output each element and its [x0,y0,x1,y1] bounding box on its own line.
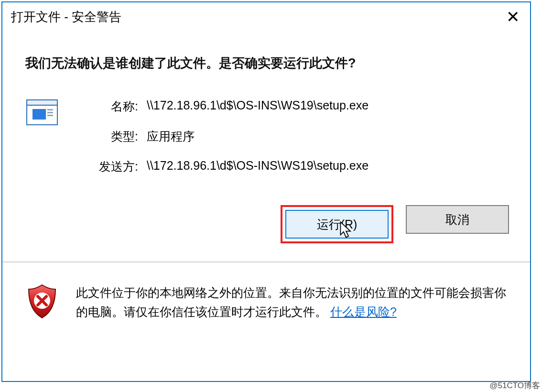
from-label: 发送方: [99,159,138,174]
file-fields: 名称: \\172.18.96.1\d$\OS-INS\WS19\setup.e… [99,98,369,174]
svg-rect-4 [47,112,53,113]
file-info-section: 名称: \\172.18.96.1\d$\OS-INS\WS19\setup.e… [25,98,509,174]
button-row: 运行(R) 取消 [2,184,530,261]
name-value: \\172.18.96.1\d$\OS-INS\WS19\setup.exe [147,98,369,114]
cancel-button-label: 取消 [445,212,469,228]
run-button[interactable]: 运行(R) [285,210,389,239]
titlebar: 打开文件 - 安全警告 ✕ [2,2,530,32]
cancel-button[interactable]: 取消 [406,205,509,234]
svg-rect-3 [47,109,53,110]
svg-rect-2 [33,109,46,120]
from-value: \\172.18.96.1\d$\OS-INS\WS19\setup.exe [147,159,369,174]
run-button-label: 运行(R) [317,217,358,232]
run-button-highlight: 运行(R) [281,205,393,243]
risk-link[interactable]: 什么是风险? [330,305,397,318]
type-label: 类型: [99,129,138,144]
shield-warning-icon [25,283,59,322]
application-icon [26,99,58,125]
footer-text: 此文件位于你的本地网络之外的位置。来自你无法识别的位置的文件可能会损害你的电脑。… [76,283,509,322]
footer-section: 此文件位于你的本地网络之外的位置。来自你无法识别的位置的文件可能会损害你的电脑。… [2,262,530,322]
name-label: 名称: [99,98,138,114]
svg-rect-5 [47,115,53,116]
type-value: 应用程序 [147,129,369,144]
window-title: 打开文件 - 安全警告 [11,9,121,25]
dialog-body: 我们无法确认是谁创建了此文件。是否确实要运行此文件? 名称: \\172.18.… [2,32,530,184]
close-icon[interactable]: ✕ [500,7,525,27]
security-warning-dialog: 打开文件 - 安全警告 ✕ 我们无法确认是谁创建了此文件。是否确实要运行此文件?… [1,1,531,382]
headline-text: 我们无法确认是谁创建了此文件。是否确实要运行此文件? [25,54,509,72]
watermark: @51CTO博客 [489,380,540,391]
footer-message: 此文件位于你的本地网络之外的位置。来自你无法识别的位置的文件可能会损害你的电脑。… [76,286,506,318]
svg-rect-1 [27,100,57,105]
